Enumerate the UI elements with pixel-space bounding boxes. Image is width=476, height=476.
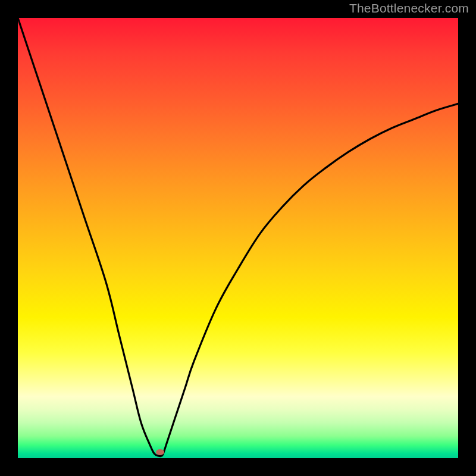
optimal-point-marker: [156, 449, 164, 455]
chart-frame: TheBottlenecker.com: [0, 0, 476, 476]
watermark-text: TheBottlenecker.com: [349, 1, 469, 15]
plot-background: [18, 18, 458, 458]
